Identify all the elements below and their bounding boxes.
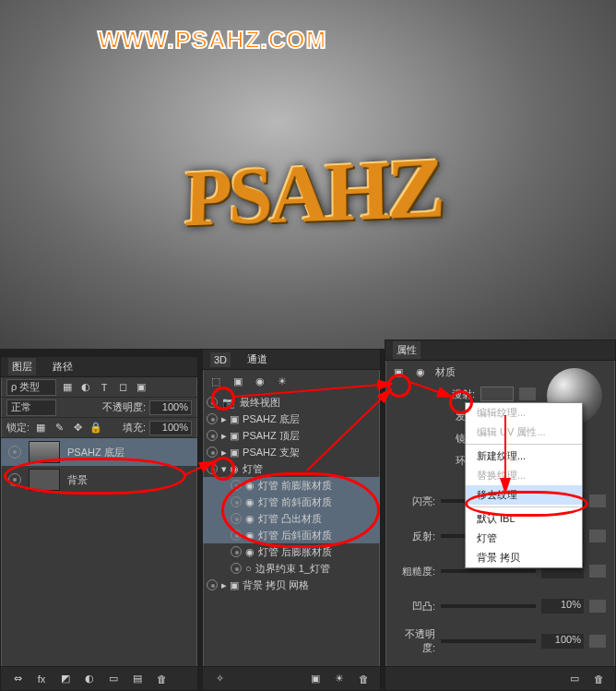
- trash-icon[interactable]: 🗑: [591, 672, 606, 686]
- bump-slider[interactable]: [441, 604, 536, 608]
- mask-icon[interactable]: ◩: [58, 672, 73, 686]
- 3d-item[interactable]: ▸ ▣PSAHZ 支架: [203, 444, 380, 460]
- fill-value[interactable]: 100%: [149, 421, 192, 435]
- filter-smart-icon[interactable]: ▣: [134, 380, 148, 395]
- eye-icon[interactable]: [207, 463, 218, 474]
- 3d-item-material[interactable]: ◉灯管 凸出材质: [203, 510, 380, 527]
- tab-properties[interactable]: 属性: [393, 341, 421, 359]
- visibility-toggle[interactable]: [8, 473, 21, 486]
- menu-bg-copy[interactable]: 背景 拷贝: [466, 548, 582, 567]
- eye-icon[interactable]: [207, 397, 218, 408]
- 3d-item[interactable]: ▸ ▣PSAHZ 顶层: [203, 427, 380, 444]
- eye-icon[interactable]: [207, 430, 218, 441]
- reflect-texture-button[interactable]: [589, 530, 606, 542]
- 3d-filter-row: ⬚ ▣ ◉ ☀: [203, 370, 380, 392]
- link-icon[interactable]: ⇔: [10, 672, 25, 686]
- layer-filter-type[interactable]: ρ 类型: [6, 379, 56, 396]
- eye-icon[interactable]: [231, 546, 242, 557]
- filter-light-icon[interactable]: ☀: [275, 374, 290, 388]
- diffuse-swatch[interactable]: [480, 387, 514, 401]
- 3d-bottom-bar: ✧ ▣ ☀ 🗑: [203, 666, 380, 690]
- layers-panel: 图层 路径 ρ 类型 ▦ ◐ T ◻ ▣ 正常 不透明度: 100% 锁定: ▦…: [0, 356, 198, 691]
- filter-adjust-icon[interactable]: ◐: [78, 380, 93, 395]
- eye-icon[interactable]: [231, 480, 242, 491]
- layer-filter-row: ρ 类型 ▦ ◐ T ◻ ▣: [1, 377, 197, 398]
- watermark-text: WWW.PSAHZ.COM: [98, 26, 326, 54]
- 3d-item-scene[interactable]: 📷最终视图: [203, 394, 380, 411]
- group-icon[interactable]: ▭: [106, 672, 121, 686]
- eye-icon[interactable]: [207, 447, 218, 458]
- trash-icon[interactable]: 🗑: [154, 672, 169, 686]
- lock-move-icon[interactable]: ✥: [70, 421, 85, 435]
- menu-lamp[interactable]: 灯管: [466, 529, 582, 548]
- layer-name: PSAHZ 底层: [67, 446, 124, 459]
- item-label: PSAHZ 支架: [243, 446, 300, 459]
- opacity-slider[interactable]: [441, 639, 536, 643]
- bump-texture-button[interactable]: [589, 600, 606, 613]
- 3d-item-material[interactable]: ◉灯管 后膨胀材质: [203, 543, 380, 560]
- 3d-item-material[interactable]: ◉灯管 前膨胀材质: [203, 477, 380, 494]
- rough-texture-button[interactable]: [589, 565, 606, 578]
- item-label: 灯管 后斜面材质: [258, 529, 332, 542]
- psahz-3d-text: PSAHZ: [184, 137, 444, 245]
- menu-remove-texture[interactable]: 移去纹理: [466, 485, 582, 505]
- menu-edit-uv[interactable]: 编辑 UV 属性...: [466, 423, 582, 442]
- tab-channels[interactable]: 通道: [243, 351, 271, 368]
- bump-row: 凹凸:10%: [385, 595, 615, 617]
- blend-mode-select[interactable]: 正常: [6, 399, 56, 416]
- visibility-toggle[interactable]: [8, 446, 21, 459]
- render-icon[interactable]: ▣: [308, 672, 323, 686]
- lock-transparent-icon[interactable]: ▦: [33, 421, 48, 435]
- section-label: 材质: [435, 365, 456, 379]
- item-label: 灯管: [243, 462, 263, 476]
- opacity-texture-button[interactable]: [589, 635, 606, 648]
- new-light-icon[interactable]: ☀: [332, 672, 347, 686]
- opacity-label: 不透明度:: [102, 400, 146, 414]
- item-label: 灯管 前斜面材质: [258, 495, 332, 509]
- 3d-item-lamp[interactable]: ▾ ◉灯管: [203, 460, 380, 477]
- tab-paths[interactable]: 路径: [49, 358, 77, 375]
- 3d-item[interactable]: ▸ ▣PSAHZ 底层: [203, 411, 380, 427]
- menu-replace-texture[interactable]: 替换纹理...: [466, 466, 582, 485]
- trash-icon[interactable]: 🗑: [356, 672, 371, 686]
- opacity-value[interactable]: 100%: [541, 634, 584, 649]
- eye-icon[interactable]: [207, 579, 218, 590]
- folder-icon[interactable]: ▭: [567, 672, 582, 686]
- adjustment-icon[interactable]: ◐: [82, 672, 97, 686]
- filter-shape-icon[interactable]: ◻: [115, 380, 130, 395]
- menu-new-texture[interactable]: 新建纹理...: [466, 447, 582, 466]
- layer-item-psahz[interactable]: PSAHZ 底层: [1, 438, 197, 466]
- opacity-value[interactable]: 100%: [149, 400, 192, 415]
- shine-texture-button[interactable]: [589, 494, 606, 507]
- eye-icon[interactable]: [231, 563, 242, 574]
- material-mode-icon[interactable]: ▣: [391, 364, 406, 379]
- tab-layers[interactable]: 图层: [8, 358, 36, 375]
- filter-mesh-icon[interactable]: ▣: [231, 374, 245, 388]
- 3d-item-material[interactable]: ◉灯管 后斜面材质: [203, 527, 380, 543]
- tab-3d[interactable]: 3D: [210, 352, 231, 367]
- lock-paint-icon[interactable]: ✎: [52, 421, 66, 435]
- filter-type-icon[interactable]: T: [97, 380, 112, 395]
- filter-pixel-icon[interactable]: ▦: [60, 380, 75, 395]
- lock-all-icon[interactable]: 🔒: [89, 421, 103, 435]
- menu-edit-texture[interactable]: 编辑纹理...: [466, 403, 582, 423]
- 3d-item[interactable]: ▸ ▣背景 拷贝 网格: [203, 577, 380, 593]
- eye-icon[interactable]: [231, 513, 242, 524]
- eye-icon[interactable]: [207, 413, 218, 424]
- eye-icon[interactable]: [231, 496, 242, 507]
- diffuse-texture-button[interactable]: [519, 387, 536, 400]
- filter-material-icon[interactable]: ◉: [253, 374, 267, 388]
- 3d-item-material[interactable]: ◉灯管 前斜面材质: [203, 494, 380, 510]
- rough-slider[interactable]: [441, 569, 536, 573]
- filter-scene-icon[interactable]: ⬚: [208, 374, 223, 388]
- fx-icon[interactable]: fx: [34, 672, 49, 686]
- axis-icon[interactable]: ✧: [212, 672, 227, 686]
- material-ball-icon[interactable]: ◉: [413, 364, 428, 379]
- layer-item-background[interactable]: 背景: [1, 466, 197, 494]
- eye-icon[interactable]: [231, 530, 242, 541]
- menu-default-ibl[interactable]: 默认 IBL: [466, 509, 582, 529]
- 3d-item-constraint[interactable]: ○边界约束 1_灯管: [203, 560, 380, 577]
- 3d-scene-list: 📷最终视图 ▸ ▣PSAHZ 底层 ▸ ▣PSAHZ 顶层 ▸ ▣PSAHZ 支…: [203, 392, 380, 595]
- bump-value[interactable]: 10%: [541, 599, 584, 614]
- new-layer-icon[interactable]: ▤: [130, 672, 145, 686]
